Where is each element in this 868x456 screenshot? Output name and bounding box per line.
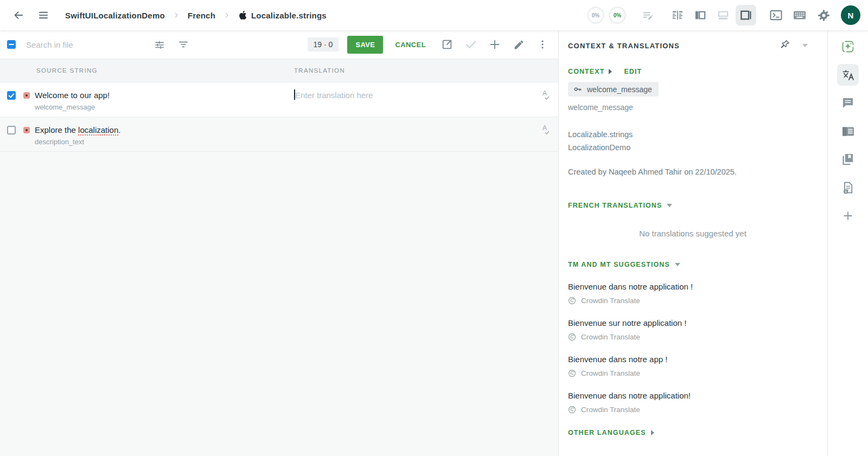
terminal-icon — [770, 10, 782, 21]
approve-button[interactable] — [462, 35, 480, 54]
filter-strings-button[interactable] — [176, 35, 190, 54]
suggestion-text[interactable]: Bienvenue dans notre application! — [568, 390, 818, 401]
string-row[interactable]: Welcome to our app! welcome_message Ente… — [0, 82, 558, 117]
context-section-header: CONTEXT EDIT — [568, 68, 818, 75]
row-checkbox[interactable] — [7, 91, 16, 100]
approved-progress-value: 0% — [614, 12, 621, 18]
spellcheck-button[interactable]: A — [542, 90, 550, 100]
spellcheck-button[interactable]: A — [542, 125, 550, 134]
cancel-button[interactable]: CANCEL — [388, 36, 432, 54]
context-label[interactable]: CONTEXT — [568, 68, 604, 75]
string-info-tab[interactable] — [837, 120, 859, 142]
source-text-part: Explore the — [35, 125, 78, 134]
editor-empty-area — [0, 152, 558, 456]
breadcrumb-language[interactable]: French — [188, 11, 215, 20]
settings-button[interactable] — [814, 5, 833, 25]
gear-icon — [818, 9, 830, 22]
back-arrow-icon — [12, 9, 24, 21]
suggestion-text[interactable]: Bienvenue sur notre application ! — [568, 318, 818, 329]
add-string-button[interactable] — [486, 35, 504, 54]
table-header: SOURCE STRING TRANSLATION — [0, 59, 558, 82]
context-expand-icon[interactable] — [609, 69, 612, 74]
breadcrumb-file[interactable]: Localizable.strings — [238, 10, 327, 20]
draft-suggestions-button[interactable] — [638, 5, 658, 25]
add-panel-tab[interactable] — [837, 205, 859, 227]
comments-tab[interactable] — [837, 92, 859, 114]
untranslated-status-icon — [23, 127, 30, 133]
side-by-side-view-button[interactable] — [690, 5, 711, 25]
suggestion-item[interactable]: Bienvenue dans notre application ! Crowd… — [568, 281, 818, 305]
source-column-header: SOURCE STRING — [0, 67, 282, 74]
breadcrumb-project[interactable]: SwiftUILocalizationDemo — [65, 11, 165, 20]
select-all-checkbox[interactable] — [7, 40, 16, 49]
view-mode-switcher — [667, 5, 756, 25]
spellcheck-check-icon — [545, 96, 550, 100]
collapse-section-icon — [675, 263, 680, 266]
approved-progress-ring[interactable]: 0% — [609, 7, 626, 24]
edit-string-button[interactable] — [509, 35, 528, 54]
context-project-name: LocalizationDemo — [568, 141, 818, 154]
crowdin-translate-icon — [568, 297, 576, 305]
unpin-button[interactable] — [780, 39, 790, 52]
terminology-book-icon — [841, 153, 854, 166]
suggestion-text[interactable]: Bienvenue dans notre app ! — [568, 354, 818, 365]
suggestion-text[interactable]: Bienvenue dans notre application ! — [568, 281, 818, 292]
console-button[interactable] — [766, 5, 786, 25]
context-file-info: Localizable.strings LocalizationDemo — [568, 128, 818, 154]
other-languages-section-header[interactable]: OTHER LANGUAGES — [568, 429, 818, 436]
chevron-right-icon — [223, 11, 231, 19]
suggestion-item[interactable]: Bienvenue sur notre application ! Crowdi… — [568, 318, 818, 341]
translation-placeholder: Enter translation here — [295, 89, 373, 101]
filter-settings-button[interactable] — [152, 35, 167, 54]
edit-context-button[interactable]: EDIT — [624, 68, 642, 75]
apple-icon — [238, 10, 247, 20]
ai-assistant-tab[interactable] — [837, 36, 859, 57]
filter-settings-icon — [154, 40, 165, 50]
untranslated-status-icon — [23, 92, 30, 99]
suggestion-item[interactable]: Bienvenue dans notre app ! Crowdin Trans… — [568, 354, 818, 377]
header-actions: 0% 0% — [587, 5, 860, 25]
strings-editor: 19 · 0 SAVE CANCEL — [0, 30, 559, 456]
translation-column-header: TRANSLATION — [282, 67, 558, 74]
draft-suggestions-icon — [642, 9, 654, 21]
suggestion-item[interactable]: Bienvenue dans notre application! Crowdi… — [568, 390, 818, 414]
crowdin-translate-icon — [568, 406, 576, 414]
translated-progress-ring[interactable]: 0% — [587, 7, 604, 24]
spellcheck-check-icon — [545, 131, 550, 134]
source-string-text[interactable]: Explore the localization. — [35, 124, 120, 136]
right-panel-view-button[interactable] — [736, 5, 756, 25]
french-translations-section-header[interactable]: FRENCH TRANSLATIONS — [568, 202, 818, 209]
context-key-text: welcome_message — [568, 103, 818, 112]
save-button[interactable]: SAVE — [347, 36, 383, 54]
avatar[interactable]: N — [841, 5, 860, 25]
multilingual-view-icon — [717, 10, 729, 21]
main-menu-button[interactable] — [34, 5, 53, 25]
file-info-icon — [842, 181, 854, 194]
glossary-tab[interactable] — [837, 149, 859, 170]
tm-mt-section-header[interactable]: TM AND MT SUGGESTIONS — [568, 261, 818, 268]
multilingual-view-button[interactable] — [713, 5, 733, 25]
string-key-chip[interactable]: welcome_message — [568, 82, 659, 97]
file-context-tab[interactable] — [837, 177, 859, 198]
copy-source-icon — [441, 38, 453, 50]
copy-source-button[interactable] — [438, 35, 456, 54]
collapse-caret-icon[interactable] — [802, 44, 808, 47]
translation-cell[interactable]: A — [282, 117, 558, 151]
translations-tab[interactable] — [837, 64, 859, 86]
shortcuts-button[interactable] — [790, 5, 809, 25]
more-options-button[interactable] — [533, 35, 552, 54]
suggestion-provider: Crowdin Translate — [581, 369, 640, 377]
crowdin-translate-icon — [568, 369, 576, 377]
translation-cell[interactable]: Enter translation here A — [282, 82, 558, 117]
string-row[interactable]: Explore the localization. description_te… — [0, 117, 558, 152]
row-checkbox[interactable] — [7, 126, 16, 134]
kebab-menu-icon — [537, 38, 548, 50]
keyboard-icon — [793, 10, 806, 21]
back-button[interactable] — [9, 5, 28, 25]
suggestion-provider: Crowdin Translate — [581, 297, 640, 305]
search-input[interactable] — [26, 40, 148, 49]
comfortable-view-button[interactable] — [667, 5, 688, 25]
chevron-right-icon — [173, 11, 180, 19]
check-icon — [464, 39, 477, 50]
source-string-text[interactable]: Welcome to our app! — [35, 89, 110, 101]
